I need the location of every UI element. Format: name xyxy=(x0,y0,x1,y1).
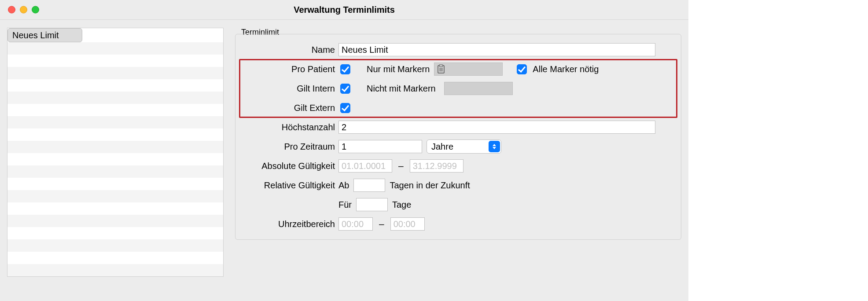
label-tage: Tage xyxy=(392,200,411,210)
list-item[interactable] xyxy=(7,227,223,239)
label-nur-mit-markern: Nur mit Markern xyxy=(367,64,430,74)
list-item[interactable] xyxy=(7,67,223,79)
label-absolute-gueltigkeit: Absolute Gültigkeit xyxy=(242,161,338,171)
dash: – xyxy=(377,219,386,229)
dash: – xyxy=(397,161,405,171)
label-pro-patient: Pro Patient xyxy=(242,64,338,74)
list-item[interactable] xyxy=(7,128,223,141)
label-name: Name xyxy=(242,45,338,55)
gilt-intern-checkbox[interactable] xyxy=(340,84,350,94)
label-tagen-zukunft: Tagen in der Zukunft xyxy=(390,180,470,191)
pro-zeitraum-value[interactable] xyxy=(338,140,422,153)
chevron-updown-icon xyxy=(489,141,500,152)
terminlimit-group: Terminlimit Name Pro Patient xyxy=(235,34,681,240)
time-to-field[interactable] xyxy=(390,217,425,231)
list-item[interactable] xyxy=(7,178,223,190)
titlebar: Verwaltung Terminlimits xyxy=(0,0,688,20)
limit-list[interactable]: Neues Limit xyxy=(7,28,224,277)
list-item[interactable] xyxy=(7,92,223,104)
hoechstanzahl-field[interactable] xyxy=(338,121,655,134)
list-item[interactable] xyxy=(7,42,223,55)
traffic-lights xyxy=(8,6,39,14)
window-body: Neues Limit Terminlimit Name Pro Pat xyxy=(0,20,688,277)
label-relative-gueltigkeit: Relative Gültigkeit xyxy=(242,180,338,191)
name-field[interactable] xyxy=(338,43,655,56)
select-value: Jahre xyxy=(431,142,453,152)
list-item[interactable] xyxy=(7,55,223,67)
rel-ab-field[interactable] xyxy=(353,179,385,192)
time-from-field[interactable] xyxy=(338,217,373,231)
close-icon[interactable] xyxy=(8,6,15,14)
label-fuer: Für xyxy=(338,200,352,210)
label-hoechstanzahl: Höchstanzahl xyxy=(242,122,338,132)
maximize-icon[interactable] xyxy=(32,6,39,14)
group-box: Name Pro Patient Nur mit Markern xyxy=(235,34,681,240)
alle-marker-checkbox[interactable] xyxy=(517,64,527,74)
list-item[interactable]: Neues Limit xyxy=(7,28,82,42)
nur-mit-markern-field[interactable] xyxy=(434,62,503,76)
list-item[interactable] xyxy=(7,153,223,165)
label-ab: Ab xyxy=(338,180,349,191)
label-uhrzeitbereich: Uhrzeitbereich xyxy=(242,219,338,229)
rel-fuer-field[interactable] xyxy=(356,198,388,211)
list-item[interactable] xyxy=(7,165,223,178)
window-title: Verwaltung Terminlimits xyxy=(294,5,395,15)
list-item[interactable] xyxy=(7,202,223,215)
gilt-extern-checkbox[interactable] xyxy=(340,103,350,113)
label-gilt-extern: Gilt Extern xyxy=(242,103,338,113)
abs-to-field[interactable] xyxy=(410,159,463,173)
list-item[interactable] xyxy=(7,116,223,128)
list-item[interactable] xyxy=(7,104,223,116)
svg-rect-1 xyxy=(439,65,443,66)
label-nicht-mit-markern: Nicht mit Markern xyxy=(367,84,440,94)
abs-from-field[interactable] xyxy=(338,159,392,173)
window: Verwaltung Terminlimits Neues Limit Term… xyxy=(0,0,688,301)
label-alle-marker: Alle Marker nötig xyxy=(533,64,599,74)
list-item[interactable] xyxy=(7,190,223,202)
list-item[interactable] xyxy=(7,239,223,252)
nicht-mit-markern-field[interactable] xyxy=(444,82,513,95)
label-pro-zeitraum: Pro Zeitraum xyxy=(242,142,338,152)
pro-patient-checkbox[interactable] xyxy=(340,64,350,74)
list-item[interactable] xyxy=(7,141,223,153)
label-gilt-intern: Gilt Intern xyxy=(242,84,338,94)
minimize-icon[interactable] xyxy=(20,6,27,14)
pro-zeitraum-unit-select[interactable]: Jahre xyxy=(427,139,501,154)
clipboard-icon xyxy=(437,64,445,74)
list-item[interactable] xyxy=(7,215,223,227)
list-item[interactable] xyxy=(7,79,223,92)
list-item[interactable] xyxy=(7,252,223,264)
list-item[interactable] xyxy=(7,264,223,276)
